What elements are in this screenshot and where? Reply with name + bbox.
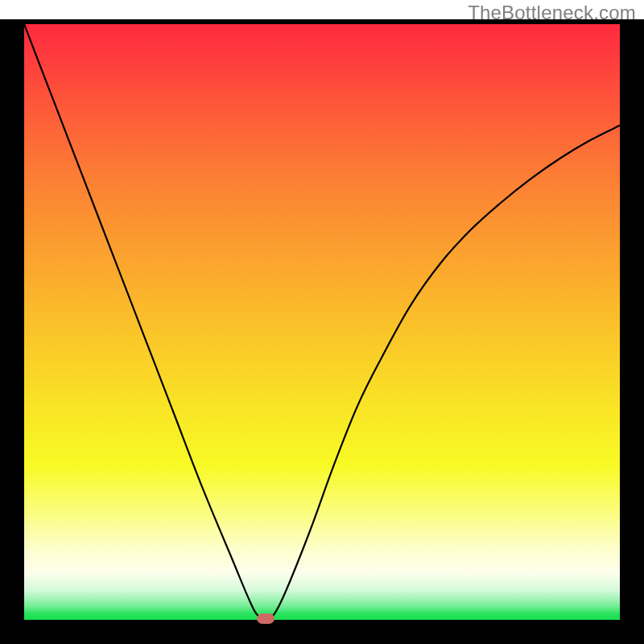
chart-stage: TheBottleneck.com [0,0,644,644]
curve-path [24,24,620,620]
bottleneck-curve [24,24,620,620]
plot-area [24,24,620,620]
optimum-marker [257,613,275,624]
chart-frame [0,19,644,644]
